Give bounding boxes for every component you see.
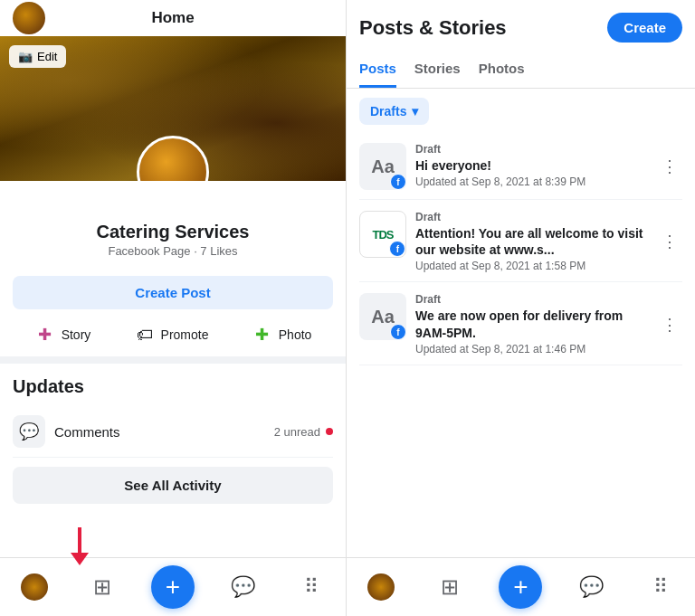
add-icon: + [166, 573, 180, 602]
unread-count: 2 unread [274, 425, 320, 439]
draft-fb-badge-2: f [389, 241, 405, 257]
draft-date-2: Updated at Sep 8, 2021 at 1:58 PM [415, 260, 648, 272]
red-dot-indicator [326, 428, 333, 435]
draft-thumb-2: TDS f [359, 211, 406, 258]
tab-posts[interactable]: Posts [359, 52, 396, 88]
draft-label-1: Draft [415, 143, 648, 156]
right-menu-icon: ⠿ [653, 575, 668, 599]
promote-label: Promote [161, 327, 209, 342]
nav-profile[interactable] [14, 567, 54, 607]
left-bottom-nav: ⊞ + 💬 ⠿ [0, 557, 346, 616]
top-bar-avatar[interactable] [13, 2, 45, 34]
nav-avatar [21, 573, 48, 601]
draft-thumb-text-3: Aa [371, 307, 395, 327]
right-nav-avatar [367, 573, 395, 601]
draft-label-3: Draft [415, 293, 648, 306]
draft-thumb-1: Aa f [359, 143, 406, 190]
draft-date-1: Updated at Sep 8, 2021 at 8:39 PM [415, 175, 648, 188]
promote-icon: 🏷 [134, 324, 156, 346]
page-meta: Facebook Page · 7 Likes [13, 244, 333, 258]
nav-add-button[interactable]: + [151, 565, 195, 609]
camera-icon: 📷 [18, 50, 33, 63]
filter-row: Drafts ▾ [347, 89, 695, 134]
draft-thumb-text-1: Aa [371, 156, 395, 177]
right-pages-icon: ⊞ [441, 574, 459, 600]
tab-photos[interactable]: Photos [479, 52, 525, 88]
drafts-list: Aa f Draft Hi everyone! Updated at Sep 8… [347, 134, 695, 557]
draft-label-2: Draft [415, 211, 648, 223]
tab-stories[interactable]: Stories [414, 52, 461, 88]
draft-content-3: Draft We are now open for delivery from … [415, 293, 648, 355]
draft-fb-badge-1: f [390, 174, 406, 190]
draft-item-2[interactable]: TDS f Draft Attention! You are all welco… [359, 202, 682, 282]
drafts-filter-button[interactable]: Drafts ▾ [359, 98, 429, 125]
profile-info: Catering Services Facebook Page · 7 Like… [0, 222, 346, 269]
comments-icon: 💬 [13, 415, 45, 448]
draft-text-3: We are now open for delivery from 9AM-5P… [415, 308, 648, 340]
drafts-filter-label: Drafts [370, 104, 406, 118]
story-icon: ✚ [34, 324, 56, 346]
left-panel: Home 📷 Edit f Catering Services Facebook… [0, 0, 347, 616]
promote-action[interactable]: 🏷 Promote [134, 324, 209, 346]
draft-more-2[interactable]: ⋮ [657, 229, 682, 254]
page-name: Catering Services [13, 222, 333, 242]
draft-content-2: Draft Attention! You are all welcome to … [415, 211, 648, 272]
create-button[interactable]: Create [607, 13, 682, 43]
right-add-icon: + [513, 573, 528, 602]
chevron-down-icon: ▾ [412, 104, 418, 118]
photo-action[interactable]: ✚ Photo [252, 324, 312, 346]
right-nav-menu[interactable]: ⠿ [641, 567, 681, 607]
comments-badge: 2 unread [274, 425, 333, 439]
create-post-button[interactable]: Create Post [13, 276, 333, 309]
draft-more-1[interactable]: ⋮ [657, 154, 682, 179]
photo-icon: ✚ [252, 324, 273, 346]
story-label: Story [62, 327, 91, 342]
draft-thumb-text-2: TDS [373, 228, 394, 242]
nav-messages[interactable]: 💬 [224, 567, 263, 607]
draft-item-1[interactable]: Aa f Draft Hi everyone! Updated at Sep 8… [359, 134, 682, 200]
right-nav-messages[interactable]: 💬 [572, 567, 612, 607]
right-nav-pages[interactable]: ⊞ [430, 567, 470, 607]
pages-icon: ⊞ [93, 574, 111, 600]
draft-fb-badge-3: f [390, 324, 406, 340]
right-nav-add-button[interactable]: + [499, 565, 542, 609]
draft-text-2: Attention! You are all welcome to visit … [415, 225, 648, 258]
right-nav-profile[interactable] [361, 567, 401, 607]
edit-label: Edit [37, 50, 57, 63]
draft-more-3[interactable]: ⋮ [657, 312, 682, 337]
home-title: Home [151, 9, 194, 27]
messages-icon: 💬 [231, 575, 255, 599]
comments-update-left: 💬 Comments [13, 415, 120, 448]
updates-title: Updates [13, 376, 333, 397]
comments-label: Comments [54, 424, 120, 440]
draft-content-1: Draft Hi everyone! Updated at Sep 8, 202… [415, 143, 648, 188]
draft-thumb-3: Aa f [359, 293, 406, 340]
cover-photo: 📷 Edit f [0, 36, 346, 181]
right-header: Posts & Stories Create [347, 0, 695, 52]
story-action[interactable]: ✚ Story [34, 324, 91, 346]
see-all-activity-button[interactable]: See All Activity [13, 467, 333, 504]
comments-update-item[interactable]: 💬 Comments 2 unread [13, 406, 333, 458]
nav-pages[interactable]: ⊞ [82, 567, 122, 607]
nav-menu[interactable]: ⠿ [291, 567, 331, 607]
edit-button[interactable]: 📷 Edit [9, 45, 66, 68]
right-messages-icon: 💬 [579, 575, 604, 599]
menu-icon: ⠿ [304, 575, 319, 599]
right-bottom-nav: ⊞ + 💬 ⠿ [347, 557, 695, 616]
draft-text-1: Hi everyone! [415, 157, 648, 174]
action-row: ✚ Story 🏷 Promote ✚ Photo [0, 317, 346, 364]
right-title: Posts & Stories [359, 16, 507, 40]
draft-date-3: Updated at Sep 8, 2021 at 1:46 PM [415, 343, 648, 355]
updates-section: Updates 💬 Comments 2 unread See All Acti… [0, 364, 346, 516]
photo-label: Photo [279, 327, 312, 342]
top-bar: Home [0, 0, 346, 36]
right-panel: Posts & Stories Create Posts Stories Pho… [347, 0, 695, 616]
red-arrow-annotation [71, 527, 89, 565]
draft-item-3[interactable]: Aa f Draft We are now open for delivery … [359, 284, 682, 365]
tabs-row: Posts Stories Photos [347, 52, 695, 89]
